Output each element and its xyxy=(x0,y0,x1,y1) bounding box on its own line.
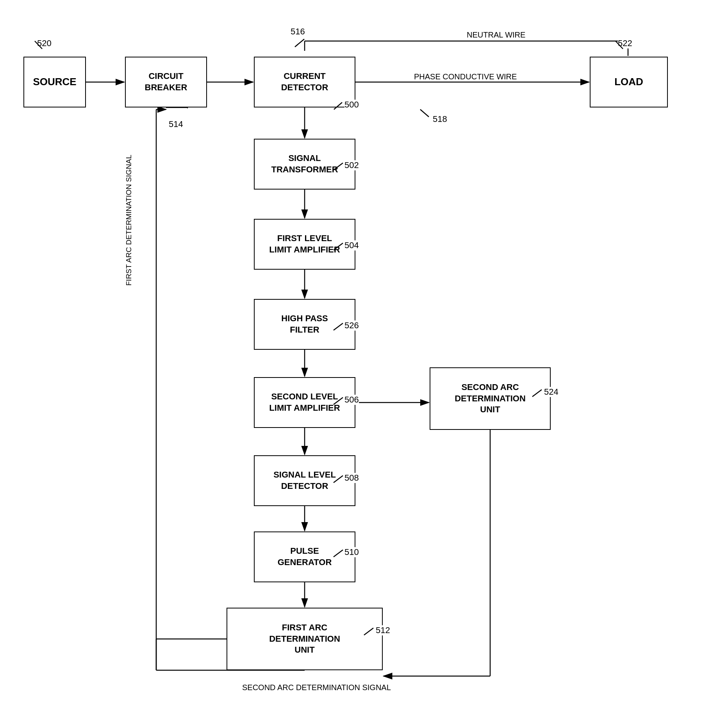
source-box: SOURCE xyxy=(23,57,86,107)
pulse-generator-box: PULSEGENERATOR xyxy=(254,531,355,582)
ref-524: 524 xyxy=(544,387,558,397)
svg-line-26 xyxy=(295,39,304,47)
circuit-breaker-box: CIRCUITBREAKER xyxy=(125,57,207,107)
ref-508: 508 xyxy=(344,473,359,483)
high-pass-filter-box: HIGH PASSFILTER xyxy=(254,299,355,350)
diagram-container: SOURCE CIRCUITBREAKER CURRENTDETECTOR LO… xyxy=(0,0,728,705)
ref-506: 506 xyxy=(344,395,359,405)
ref-512: 512 xyxy=(376,625,390,635)
second-arc-det-box: SECOND ARCDETERMINATIONUNIT xyxy=(430,367,551,430)
ref-520: 520 xyxy=(37,38,52,48)
ref-514: 514 xyxy=(169,119,183,129)
ref-522: 522 xyxy=(618,38,632,48)
ref-526: 526 xyxy=(344,320,359,331)
ref-504: 504 xyxy=(344,240,359,251)
second-arc-det-signal-label: SECOND ARC DETERMINATION SIGNAL xyxy=(242,683,391,692)
signal-level-detector-box: SIGNAL LEVELDETECTOR xyxy=(254,455,355,506)
first-arc-det-box: FIRST ARCDETERMINATIONUNIT xyxy=(227,608,383,670)
phase-conductive-wire-label: PHASE CONDUCTIVE WIRE xyxy=(414,72,517,81)
ref-500: 500 xyxy=(344,100,359,110)
second-level-amp-box: SECOND LEVELLIMIT AMPLIFIER xyxy=(254,377,355,428)
current-detector-box: CURRENTDETECTOR xyxy=(254,57,355,107)
signal-transformer-box: SIGNALTRANSFORMER xyxy=(254,139,355,190)
first-level-amp-box: FIRST LEVELLIMIT AMPLIFIER xyxy=(254,219,355,270)
svg-line-28 xyxy=(420,109,429,117)
ref-502: 502 xyxy=(344,160,359,170)
ref-516: 516 xyxy=(291,27,305,37)
ref-518: 518 xyxy=(433,114,447,124)
first-arc-det-signal-label: FIRST ARC DETERMINATION SIGNAL xyxy=(125,192,133,286)
load-box: LOAD xyxy=(590,57,668,107)
neutral-wire-label: NEUTRAL WIRE xyxy=(467,30,525,39)
ref-510: 510 xyxy=(344,547,359,557)
